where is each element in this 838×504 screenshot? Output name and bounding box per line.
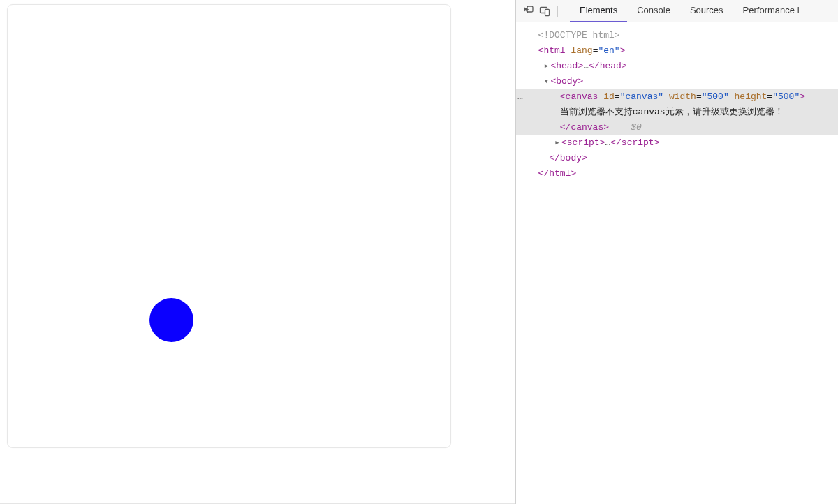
canvas-element[interactable] (7, 4, 451, 448)
svg-rect-2 (545, 9, 550, 15)
device-toggle-icon[interactable] (538, 5, 551, 17)
dom-canvas-close[interactable]: </canvas> == $0 (516, 120, 838, 135)
dom-script[interactable]: ▸<script>…</script> (516, 135, 838, 151)
tab-sources[interactable]: Sources (680, 0, 733, 22)
elements-dom-tree[interactable]: <!DOCTYPE html> <html lang="en"> ▸<head>… (516, 22, 838, 504)
devtools-panel: Elements Console Sources Performance i <… (515, 0, 838, 504)
caret-right-icon[interactable]: ▸ (554, 135, 561, 151)
svg-rect-0 (527, 6, 533, 12)
devtools-toolbar: Elements Console Sources Performance i (516, 0, 838, 22)
dom-selected-node[interactable]: ⋯ <canvas id="canvas" width="500" height… (516, 89, 838, 135)
blue-ball (149, 298, 193, 342)
dom-body-open[interactable]: ▾<body> (516, 74, 838, 89)
ellipsis-icon[interactable]: ⋯ (516, 91, 525, 107)
tab-elements[interactable]: Elements (570, 0, 627, 22)
tab-performance[interactable]: Performance i (733, 0, 809, 22)
dom-doctype[interactable]: <!DOCTYPE html> (516, 28, 838, 43)
caret-down-icon[interactable]: ▾ (543, 74, 550, 89)
caret-right-icon[interactable]: ▸ (543, 59, 550, 74)
rendered-page (0, 0, 515, 504)
dom-html-close[interactable]: </html> (516, 166, 838, 181)
dom-canvas-open[interactable]: <canvas id="canvas" width="500" height="… (516, 89, 838, 105)
toolbar-divider (557, 6, 558, 17)
dom-canvas-text[interactable]: 当前浏览器不支持canvas元素，请升级或更换浏览器！ (516, 105, 838, 120)
dom-html-open[interactable]: <html lang="en"> (516, 43, 838, 59)
inspect-icon[interactable] (522, 5, 534, 17)
tab-console[interactable]: Console (627, 0, 680, 22)
dom-body-close[interactable]: </body> (516, 151, 838, 166)
devtools-tabs: Elements Console Sources Performance i (570, 0, 809, 22)
dom-head[interactable]: ▸<head>…</head> (516, 59, 838, 74)
